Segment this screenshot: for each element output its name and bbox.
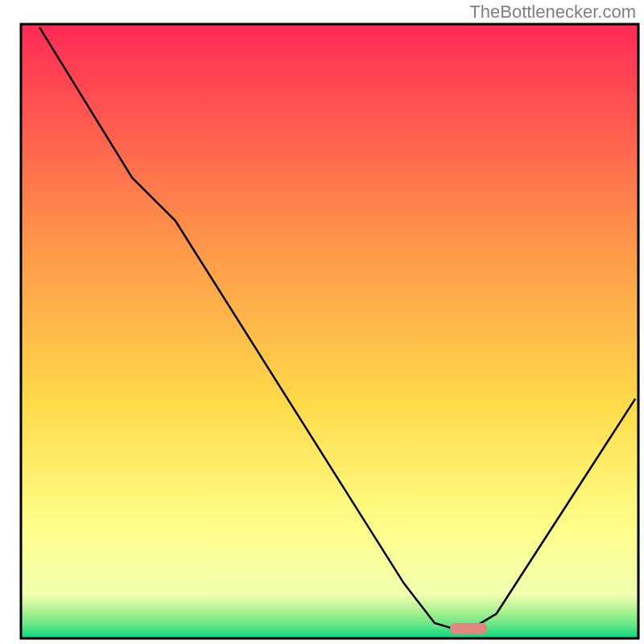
chart-svg bbox=[0, 0, 644, 644]
gradient-background bbox=[21, 24, 638, 638]
attribution-text: TheBottlenecker.com bbox=[469, 2, 636, 23]
chart-container: TheBottlenecker.com bbox=[0, 0, 644, 644]
optimal-marker bbox=[450, 623, 487, 634]
